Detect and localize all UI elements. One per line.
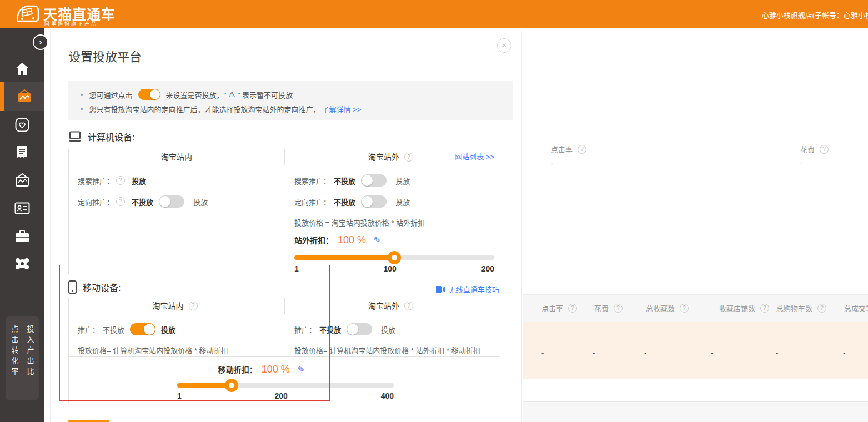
edit-mobile-discount-button[interactable] — [297, 363, 306, 375]
account-name[interactable]: 心雅小栈旗舰店(子帐号：心雅小栈 — [762, 9, 868, 20]
help-icon[interactable] — [404, 153, 413, 162]
clover-icon — [14, 257, 30, 271]
slider-ticks: 1 100 200 — [294, 264, 494, 273]
tick-label: 200 — [275, 391, 288, 400]
notice-text: 您只有投放淘宝站内的定向推广后，才能选择投放淘宝站外的定向推广， — [89, 104, 320, 114]
sidebar-item-favorites[interactable] — [0, 111, 44, 139]
row-label: 定向推广： — [78, 197, 114, 207]
sidebar-item-reports[interactable] — [0, 139, 44, 167]
help-icon[interactable] — [578, 145, 586, 154]
mobile-discount-slider[interactable] — [177, 383, 394, 388]
slider-fill — [177, 383, 232, 388]
laptop-icon — [68, 131, 82, 142]
summary-col-ctr: 点击率 — [541, 303, 563, 313]
computer-section-heading: 计算机设备: — [68, 130, 134, 143]
state-on-label: 投放 — [395, 175, 410, 186]
notice-text: 您可通过点击 — [89, 89, 133, 100]
target-promo-row: 定向推广： 不投放 投放 — [294, 191, 494, 212]
target-promo-toggle[interactable] — [159, 195, 184, 208]
stat-cost-value: - — [800, 158, 832, 167]
background-report-area: 点击率 - 花费 - 点击率 花费 总收藏数 收藏店铺数 总购物车数 总成交笔 — [523, 28, 868, 422]
mobile-in-promo-toggle[interactable] — [130, 323, 155, 335]
column-title: 淘宝站外 — [368, 149, 399, 165]
price-formula: 投放价格= 计算机淘宝站内投放价格 * 站外折扣 * 移动折扣 — [294, 345, 494, 356]
offsite-discount-slider[interactable] — [294, 255, 494, 260]
help-icon[interactable] — [614, 304, 623, 313]
sidebar-item-tools[interactable] — [0, 222, 44, 250]
mobile-taobao-in-header: 淘宝站内 — [69, 298, 285, 314]
state-on-label: 投放 — [132, 175, 146, 186]
sidebar-item-creative[interactable] — [0, 167, 44, 194]
stat-ctr-label: 点击率 — [551, 144, 573, 154]
column-title: 淘宝站外 — [368, 298, 399, 314]
stat-spacer — [523, 138, 543, 172]
summary-col-shop-favs: 收藏店铺数 — [719, 303, 755, 313]
computer-section-label: 计算机设备: — [88, 130, 134, 143]
help-icon[interactable] — [817, 304, 826, 313]
help-icon[interactable] — [189, 302, 198, 310]
summary-col-deals: 总成交笔 — [844, 303, 868, 313]
mobile-section-label: 移动设备: — [83, 280, 121, 294]
mobile-taobao-out-header: 淘宝站外 — [285, 298, 500, 314]
stat-cost-label: 花费 — [800, 144, 815, 154]
help-icon[interactable] — [116, 197, 125, 206]
offsite-discount-value: 100 % — [338, 234, 366, 246]
toggle-example — [138, 89, 160, 100]
background-footer-band — [523, 401, 868, 422]
sidebar-expand-button[interactable]: › — [33, 34, 48, 50]
row-label: 搜索推广： — [78, 175, 114, 186]
toggle-knob — [150, 89, 160, 99]
row-label: 推广： — [294, 324, 316, 335]
confirm-button[interactable] — [68, 420, 109, 422]
slider-thumb[interactable] — [388, 251, 401, 264]
edit-discount-button[interactable] — [373, 234, 382, 245]
help-icon[interactable] — [116, 176, 125, 185]
row-label: 定向推广： — [294, 197, 330, 207]
summary-cell: - — [843, 349, 845, 357]
close-button[interactable] — [497, 38, 511, 53]
heart-icon — [15, 118, 29, 132]
picture-icon — [14, 173, 30, 188]
website-list-link[interactable]: 网站列表 >> — [455, 149, 494, 165]
stat-ctr-value: - — [551, 158, 792, 167]
metrics-side-panel[interactable]: 点击转化率 投入产出比 — [6, 316, 39, 400]
search-promo-out-toggle[interactable] — [361, 174, 387, 187]
computer-in-cell: 搜索推广： 投放 定向推广： 不投放 投放 — [69, 165, 284, 273]
video-camera-icon — [436, 286, 445, 293]
slider-thumb[interactable] — [225, 379, 238, 392]
home-icon — [15, 62, 29, 76]
help-icon[interactable] — [680, 304, 689, 313]
chevron-right-icon: › — [39, 37, 42, 47]
set-platform-dialog: 设置投放平台 您可通过点击 来设置是否投放，" ⚠ " 表示暂不可投放 您只有投… — [50, 31, 522, 422]
help-icon[interactable] — [404, 302, 413, 310]
sidebar-item-campaign[interactable] — [0, 82, 44, 111]
wireless-tips-label: 无线直通车技巧 — [449, 284, 499, 294]
help-icon[interactable] — [820, 145, 829, 154]
stat-card-cost: 花费 - — [792, 138, 832, 172]
computer-table: 淘宝站内 淘宝站外 网站列表 >> 搜索推广： 投放 定向推广： — [68, 149, 500, 274]
summary-cell: - — [711, 349, 713, 357]
column-title: 淘宝站内 — [153, 298, 184, 314]
slider-ticks: 1 200 400 — [177, 391, 394, 400]
help-icon[interactable] — [760, 304, 769, 313]
mobile-out-promo-toggle[interactable] — [347, 323, 372, 335]
learn-more-link[interactable]: 了解详情 >> — [322, 104, 362, 114]
search-promo-row: 搜索推广： 不投放 投放 — [294, 170, 494, 191]
help-icon[interactable] — [568, 304, 577, 313]
summary-cell: - — [541, 349, 544, 357]
phone-icon — [68, 280, 77, 294]
summary-cell: - — [776, 349, 778, 357]
search-promo-row: 搜索推广： 投放 — [78, 170, 284, 191]
target-promo-out-toggle[interactable] — [361, 195, 387, 208]
mobile-in-cell: 推广： 不投放 投放 投放价格= 计算机淘宝站内投放价格 * 移动折扣 — [69, 314, 284, 356]
notice-text: 来设置是否投放，" — [166, 89, 227, 100]
receipt-icon — [16, 145, 28, 160]
tick-label: 400 — [381, 391, 394, 400]
offsite-discount-label: 站外折扣： — [294, 234, 333, 245]
notice-line-2: 您只有投放淘宝站内的定向推广后，才能选择投放淘宝站外的定向推广， 了解详情 >> — [81, 102, 513, 116]
sidebar-item-apps[interactable] — [0, 250, 44, 278]
sidebar-item-home[interactable] — [0, 55, 44, 83]
wireless-tips-link[interactable]: 无线直通车技巧 — [436, 284, 499, 294]
sidebar-item-account[interactable] — [0, 194, 44, 222]
column-title: 淘宝站内 — [161, 149, 192, 165]
